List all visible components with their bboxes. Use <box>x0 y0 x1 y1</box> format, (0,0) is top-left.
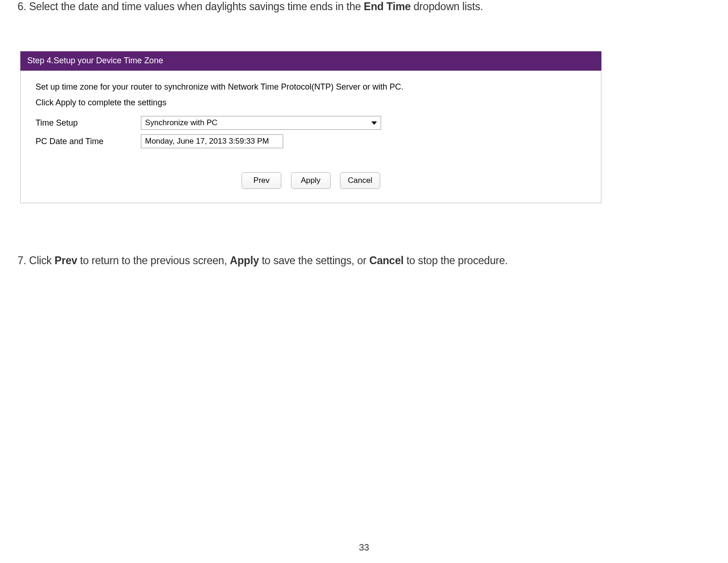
step-7-mid1: to return to the previous screen, <box>77 254 230 266</box>
page-number: 33 <box>359 542 369 553</box>
time-setup-value: Synchronize with PC <box>145 118 218 127</box>
pc-date-input[interactable]: Monday, June 17, 2013 3:59:33 PM <box>141 134 283 148</box>
step-7-suffix: to stop the procedure. <box>404 254 508 266</box>
step-7-bold-apply: Apply <box>230 254 259 266</box>
panel-subtext: Click Apply to complete the settings <box>36 98 586 108</box>
chevron-down-icon <box>371 121 377 125</box>
cancel-button[interactable]: Cancel <box>340 172 380 189</box>
apply-button[interactable]: Apply <box>291 172 331 189</box>
time-setup-label: Time Setup <box>36 118 141 128</box>
step-7-bold-prev: Prev <box>55 254 77 266</box>
panel-description: Set up time zone for your router to sync… <box>36 81 586 93</box>
button-row: Prev Apply Cancel <box>36 172 586 189</box>
setup-wizard-screenshot: Step 4.Setup your Device Time Zone Set u… <box>20 51 601 203</box>
prev-button[interactable]: Prev <box>242 172 281 189</box>
panel-header: Step 4.Setup your Device Time Zone <box>20 51 601 71</box>
step-7-mid2: to save the settings, or <box>259 254 369 266</box>
time-setup-select[interactable]: Synchronize with PC <box>141 116 381 130</box>
step-6-instruction: 6. Select the date and time values when … <box>0 0 728 14</box>
pc-date-value: Monday, June 17, 2013 3:59:33 PM <box>145 137 269 146</box>
pc-date-row: PC Date and Time Monday, June 17, 2013 3… <box>36 134 586 148</box>
step-7-instruction: 7. Click Prev to return to the previous … <box>0 253 728 268</box>
step-6-text-suffix: dropdown lists. <box>411 0 483 12</box>
step-6-text-prefix: 6. Select the date and time values when … <box>18 0 364 12</box>
time-setup-row: Time Setup Synchronize with PC <box>36 116 586 130</box>
step-7-prefix: 7. Click <box>18 254 55 266</box>
panel-body: Set up time zone for your router to sync… <box>20 71 601 203</box>
step-7-bold-cancel: Cancel <box>369 254 403 266</box>
step-6-bold: End Time <box>364 0 411 12</box>
pc-date-label: PC Date and Time <box>36 137 141 146</box>
